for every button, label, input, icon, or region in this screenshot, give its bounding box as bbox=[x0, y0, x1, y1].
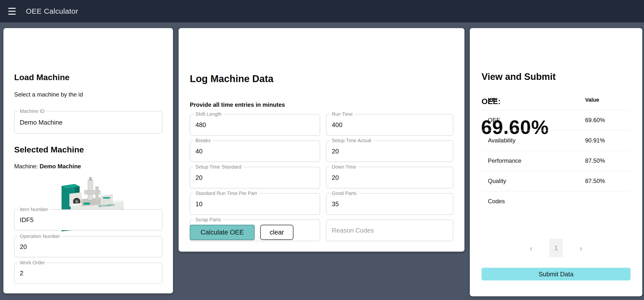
shift-length-label: Shift Length bbox=[194, 111, 224, 117]
standard-run-time-input[interactable] bbox=[190, 194, 320, 214]
machine-id-input[interactable] bbox=[14, 112, 162, 134]
load-machine-card: Load Machine Select a machine by the id … bbox=[4, 28, 173, 294]
setup-time-standard-label: Setup Time Standard bbox=[194, 164, 243, 170]
table-row: Availability 90.91% bbox=[482, 130, 630, 150]
setup-time-actual-input[interactable] bbox=[326, 141, 453, 162]
value-header-cell: Value bbox=[585, 97, 630, 103]
kpi-header-cell: KPI bbox=[488, 97, 585, 103]
down-time-label: Down Time bbox=[330, 164, 358, 170]
time-entry-grid: Shift Length Run Time Breaks Setup Time … bbox=[190, 114, 453, 241]
good-parts-input[interactable] bbox=[326, 194, 453, 214]
item-number-label: Item Number bbox=[18, 206, 50, 212]
value-cell: 87.50% bbox=[585, 178, 630, 184]
hamburger-menu-icon[interactable] bbox=[6, 4, 20, 18]
reason-codes-field[interactable] bbox=[326, 220, 453, 241]
value-cell: 87.50% bbox=[585, 157, 630, 164]
table-row: Quality 87.50% bbox=[482, 171, 630, 191]
setup-time-standard-field[interactable]: Setup Time Standard bbox=[190, 167, 320, 188]
standard-run-time-field[interactable]: Standard Run Time Per Part bbox=[190, 193, 320, 215]
kpi-cell: Performance bbox=[488, 157, 585, 164]
work-order-label: Work Order bbox=[18, 260, 47, 266]
work-order-input[interactable] bbox=[14, 263, 162, 284]
kpi-cell: Codes bbox=[488, 198, 585, 205]
app-bar: OEE Calculator bbox=[0, 0, 644, 22]
shift-length-input[interactable] bbox=[190, 114, 320, 135]
machine-line-value: Demo Machine bbox=[40, 163, 81, 170]
submit-data-button[interactable]: Submit Data bbox=[482, 268, 630, 280]
pagination: ‹ 1 › bbox=[482, 238, 630, 258]
kpi-table: KPI Value OEE 69.60% Availability 90.91%… bbox=[482, 90, 630, 211]
kpi-cell: Availability bbox=[488, 137, 585, 144]
kpi-table-header: KPI Value bbox=[482, 90, 630, 110]
work-order-field[interactable]: Work Order bbox=[14, 262, 162, 284]
item-number-field[interactable]: Item Number bbox=[14, 209, 162, 230]
scrap-parts-label: Scrap Parts bbox=[194, 216, 223, 223]
pagination-prev-icon[interactable]: ‹ bbox=[526, 242, 537, 254]
log-data-title: Log Machine Data bbox=[190, 73, 274, 84]
selected-machine-line: Machine: Demo Machine bbox=[14, 163, 81, 170]
breaks-input[interactable] bbox=[190, 141, 320, 162]
reason-codes-input[interactable] bbox=[326, 220, 453, 241]
value-cell: 69.60% bbox=[585, 117, 630, 124]
table-row: OEE 69.60% bbox=[482, 110, 630, 130]
machine-line-label: Machine: bbox=[14, 163, 40, 170]
action-button-row: Calculate OEE clear bbox=[190, 225, 294, 240]
operation-number-label: Operation Number bbox=[18, 233, 62, 240]
pagination-next-icon[interactable]: › bbox=[575, 242, 586, 254]
operation-number-field[interactable]: Operation Number bbox=[14, 236, 162, 257]
value-cell: 90.91% bbox=[585, 137, 630, 144]
run-time-input[interactable] bbox=[326, 114, 453, 135]
pagination-page-1[interactable]: 1 bbox=[550, 239, 563, 257]
machine-id-field[interactable]: Machine ID bbox=[14, 111, 162, 134]
clear-button[interactable]: clear bbox=[260, 225, 294, 240]
view-submit-card: View and Submit OEE: 69.60% KPI Value OE… bbox=[470, 28, 642, 296]
load-machine-subtitle: Select a machine by the id bbox=[14, 91, 83, 98]
setup-time-actual-field[interactable]: Setup Time Actual bbox=[326, 140, 453, 162]
setup-time-standard-input[interactable] bbox=[190, 167, 320, 188]
breaks-label: Breaks bbox=[194, 137, 212, 144]
kpi-cell: Quality bbox=[488, 178, 585, 184]
table-row: Codes bbox=[482, 191, 630, 211]
good-parts-label: Good Parts bbox=[330, 190, 358, 196]
log-machine-data-card: Log Machine Data Provide all time entrie… bbox=[178, 28, 464, 252]
down-time-field[interactable]: Down Time bbox=[326, 167, 453, 188]
machine-id-label: Machine ID bbox=[18, 108, 46, 114]
table-row: Performance 87.50% bbox=[482, 150, 630, 171]
run-time-label: Run Time bbox=[330, 111, 355, 117]
good-parts-field[interactable]: Good Parts bbox=[326, 193, 453, 215]
item-number-input[interactable] bbox=[14, 210, 162, 230]
kpi-cell: OEE bbox=[488, 117, 585, 124]
breaks-field[interactable]: Breaks bbox=[190, 140, 320, 162]
log-data-subtitle: Provide all time entries in minutes bbox=[190, 102, 285, 108]
view-submit-title: View and Submit bbox=[482, 72, 556, 82]
setup-time-actual-label: Setup Time Actual bbox=[330, 137, 373, 144]
operation-number-input[interactable] bbox=[14, 236, 162, 257]
shift-length-field[interactable]: Shift Length bbox=[190, 114, 320, 136]
load-machine-title: Load Machine bbox=[14, 72, 70, 82]
standard-run-time-label: Standard Run Time Per Part bbox=[194, 190, 259, 196]
run-time-field[interactable]: Run Time bbox=[326, 114, 453, 136]
app-title: OEE Calculator bbox=[26, 7, 78, 16]
calculate-oee-button[interactable]: Calculate OEE bbox=[190, 225, 254, 240]
down-time-input[interactable] bbox=[326, 167, 453, 188]
selected-machine-title: Selected Machine bbox=[14, 145, 84, 154]
